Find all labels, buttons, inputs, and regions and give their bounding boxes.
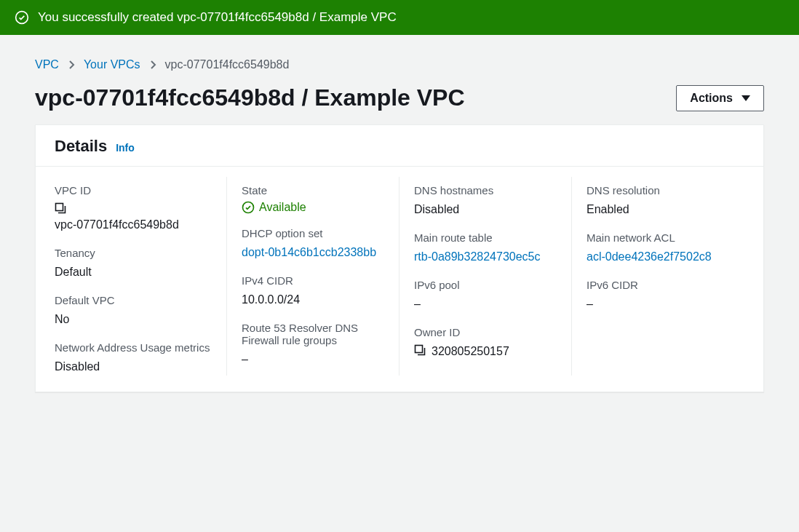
field-label-dhcp: DHCP option set bbox=[242, 227, 384, 239]
breadcrumb: VPC Your VPCs vpc-07701f4fcc6549b8d bbox=[35, 58, 764, 71]
svg-rect-3 bbox=[416, 346, 423, 353]
field-label-ipv6-pool: IPv6 pool bbox=[414, 279, 557, 291]
success-banner: You successfully created vpc-07701f4fcc6… bbox=[0, 0, 799, 35]
detail-column: State Available DHCP option set dopt-0b1… bbox=[227, 177, 400, 376]
field-value-vpc-id: vpc-07701f4fcc6549b8d bbox=[55, 216, 212, 234]
field-label-dns-resolution: DNS resolution bbox=[587, 184, 744, 196]
detail-column: DNS hostnames Disabled Main route table … bbox=[400, 177, 572, 376]
page-title: vpc-07701f4fcc6549b8d / Example VPC bbox=[35, 84, 465, 111]
field-value-main-acl[interactable]: acl-0dee4236e2f7502c8 bbox=[587, 248, 744, 266]
field-value-default-vpc: No bbox=[55, 311, 212, 328]
field-value-ipv6-pool: – bbox=[414, 295, 557, 313]
field-value-ipv6-cidr: – bbox=[587, 295, 744, 313]
panel-title: Details bbox=[55, 137, 107, 156]
field-label-r53-firewall: Route 53 Resolver DNS Firewall rule grou… bbox=[242, 322, 384, 346]
svg-rect-1 bbox=[56, 204, 63, 211]
copy-icon[interactable] bbox=[55, 202, 66, 216]
breadcrumb-current: vpc-07701f4fcc6549b8d bbox=[165, 58, 290, 71]
panel-header: Details Info bbox=[36, 125, 763, 167]
field-value-nau-metrics: Disabled bbox=[55, 358, 212, 376]
field-label-default-vpc: Default VPC bbox=[55, 294, 212, 306]
breadcrumb-your-vpcs[interactable]: Your VPCs bbox=[84, 58, 140, 71]
field-label-dns-hostnames: DNS hostnames bbox=[414, 184, 557, 196]
details-panel: Details Info VPC ID vpc-07701f4fcc6549b8… bbox=[35, 124, 764, 392]
field-label-owner-id: Owner ID bbox=[414, 326, 557, 338]
check-circle-icon bbox=[15, 10, 29, 25]
field-label-vpc-id: VPC ID bbox=[55, 184, 212, 196]
actions-label: Actions bbox=[690, 92, 733, 105]
banner-message: You successfully created vpc-07701f4fcc6… bbox=[38, 10, 397, 25]
detail-column: DNS resolution Enabled Main network ACL … bbox=[572, 177, 744, 376]
actions-button[interactable]: Actions bbox=[676, 85, 764, 111]
field-value-owner-id: 320805250157 bbox=[432, 343, 509, 360]
check-circle-icon bbox=[242, 201, 255, 214]
field-label-nau-metrics: Network Address Usage metrics bbox=[55, 341, 212, 354]
field-value-dns-hostnames: Disabled bbox=[414, 201, 557, 218]
detail-column: VPC ID vpc-07701f4fcc6549b8d Tenancy Def… bbox=[55, 177, 227, 376]
field-value-ipv4-cidr: 10.0.0.0/24 bbox=[242, 291, 384, 309]
chevron-right-icon bbox=[68, 60, 75, 70]
chevron-right-icon bbox=[149, 60, 156, 70]
field-label-main-acl: Main network ACL bbox=[587, 231, 744, 244]
field-label-state: State bbox=[242, 184, 384, 196]
field-value-dns-resolution: Enabled bbox=[587, 201, 744, 218]
field-label-main-route: Main route table bbox=[414, 231, 557, 244]
caret-down-icon bbox=[742, 95, 750, 101]
copy-icon[interactable] bbox=[414, 344, 426, 358]
field-label-ipv6-cidr: IPv6 CIDR bbox=[587, 279, 744, 291]
field-label-tenancy: Tenancy bbox=[55, 247, 212, 259]
field-value-r53-firewall: – bbox=[242, 351, 384, 368]
field-value-tenancy: Default bbox=[55, 263, 212, 281]
breadcrumb-vpc[interactable]: VPC bbox=[35, 58, 59, 71]
info-link[interactable]: Info bbox=[116, 142, 135, 154]
svg-point-0 bbox=[16, 12, 28, 24]
field-value-state: Available bbox=[242, 201, 384, 214]
field-value-dhcp[interactable]: dopt-0b14c6b1ccb2338bb bbox=[242, 244, 384, 261]
field-label-ipv4-cidr: IPv4 CIDR bbox=[242, 274, 384, 287]
field-value-main-route[interactable]: rtb-0a89b32824730ec5c bbox=[414, 248, 557, 266]
